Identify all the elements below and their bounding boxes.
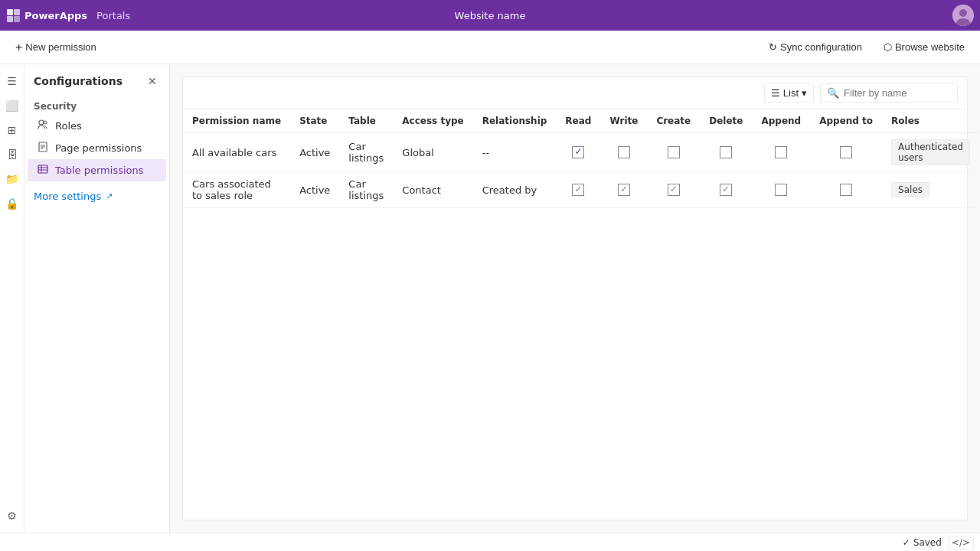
media-icon[interactable]: 📁 xyxy=(2,168,23,190)
list-view-button[interactable]: ☰ List ▾ xyxy=(764,83,814,103)
code-editor-label[interactable]: </> xyxy=(948,536,974,549)
checkbox[interactable] xyxy=(840,146,852,158)
settings-icon[interactable]: ⚙ xyxy=(2,505,23,527)
components-icon[interactable]: ⊞ xyxy=(2,119,23,141)
checkbox[interactable] xyxy=(668,146,680,158)
table-cell: Car listings xyxy=(339,133,393,172)
filter-by-name-input[interactable] xyxy=(844,87,951,99)
saved-indicator: ✓ Saved xyxy=(903,537,942,548)
table-row: All available carsActiveCar listingsGlob… xyxy=(183,133,979,172)
filter-by-name-input-container[interactable]: 🔍 xyxy=(820,83,958,103)
table-header-row: Permission name State Table Access type … xyxy=(183,109,979,133)
checkbox-cell[interactable] xyxy=(752,133,810,172)
svg-rect-2 xyxy=(7,16,13,22)
topbar-right xyxy=(952,5,974,26)
svg-point-5 xyxy=(959,9,967,17)
data-icon[interactable]: 🗄 xyxy=(2,144,23,165)
sync-configuration-button[interactable]: ↻ Sync configuration xyxy=(763,38,868,56)
sidebar-item-page-permissions[interactable]: Page permissions xyxy=(28,137,166,159)
browse-icon: ⬡ xyxy=(884,41,892,53)
role-badge[interactable]: Authenticated users xyxy=(891,139,970,165)
checkbox-cell[interactable] xyxy=(600,133,647,172)
checkbox-cell[interactable] xyxy=(647,172,700,208)
main-content: ☰ List ▾ 🔍 Permission name State Table A… xyxy=(170,64,980,533)
checkbox-cell[interactable] xyxy=(810,172,882,208)
table-cell: Global xyxy=(393,133,472,172)
portals-label: Portals xyxy=(96,10,130,21)
sidebar-close-button[interactable]: ✕ xyxy=(145,73,160,89)
roles-icon xyxy=(37,119,49,132)
checkbox-cell[interactable] xyxy=(700,133,752,172)
table-container: ☰ List ▾ 🔍 Permission name State Table A… xyxy=(182,77,968,520)
avatar-icon xyxy=(952,5,974,26)
statusbar: ✓ Saved </> xyxy=(0,533,980,551)
browse-website-button[interactable]: ⬡ Browse website xyxy=(877,38,971,56)
app-name: PowerApps xyxy=(24,10,87,21)
col-create: Create xyxy=(647,109,700,133)
main-layout: ☰ ⬜ ⊞ 🗄 📁 🔒 ⚙ Configurations ✕ Security … xyxy=(0,64,980,533)
list-label: List xyxy=(783,87,799,99)
checkbox[interactable] xyxy=(775,146,787,158)
checkbox-cell[interactable] xyxy=(556,133,600,172)
table-cell: All available cars xyxy=(183,133,290,172)
roles-cell: Sales xyxy=(882,172,979,208)
checkbox-cell[interactable] xyxy=(810,133,882,172)
sidebar-item-roles[interactable]: Roles xyxy=(28,115,166,137)
checkbox-cell[interactable] xyxy=(700,172,752,208)
app-logo[interactable]: PowerApps xyxy=(6,8,87,22)
col-access-type: Access type xyxy=(393,109,472,133)
checkbox[interactable] xyxy=(572,184,584,196)
role-badge[interactable]: Sales xyxy=(891,182,929,197)
external-link-icon: ↗ xyxy=(106,191,113,201)
sidebar-more-settings[interactable]: More settings ↗ xyxy=(24,184,169,208)
saved-label: Saved xyxy=(913,537,942,548)
checkbox[interactable] xyxy=(618,184,630,196)
checkbox[interactable] xyxy=(775,184,787,196)
svg-rect-3 xyxy=(14,16,20,22)
list-icon: ☰ xyxy=(771,87,780,99)
col-table: Table xyxy=(339,109,393,133)
table-cell: Cars associated to sales role xyxy=(183,172,290,208)
checkbox-cell[interactable] xyxy=(556,172,600,208)
checkbox[interactable] xyxy=(720,146,732,158)
more-settings-label: More settings xyxy=(34,191,101,202)
col-roles: Roles xyxy=(882,109,979,133)
website-title: Website name xyxy=(455,10,526,21)
hamburger-icon[interactable]: ☰ xyxy=(2,70,23,92)
sidebar-item-roles-label: Roles xyxy=(55,120,82,132)
col-write: Write xyxy=(600,109,647,133)
sync-icon: ↻ xyxy=(769,41,777,53)
actionbar-right: ↻ Sync configuration ⬡ Browse website xyxy=(763,38,971,56)
filter-search-icon: 🔍 xyxy=(827,87,839,99)
col-permission-name: Permission name xyxy=(183,109,290,133)
checkbox[interactable] xyxy=(668,184,680,196)
checkbox[interactable] xyxy=(618,146,630,158)
sidebar-item-table-permissions[interactable]: Table permissions xyxy=(28,159,166,181)
svg-point-7 xyxy=(39,120,44,125)
permissions-table: Permission name State Table Access type … xyxy=(183,109,979,208)
svg-rect-1 xyxy=(14,9,20,15)
powerapps-icon xyxy=(6,8,20,22)
checkbox[interactable] xyxy=(840,184,852,196)
table-toolbar: ☰ List ▾ 🔍 xyxy=(183,77,967,109)
checkbox[interactable] xyxy=(720,184,732,196)
table-row: Cars associated to sales roleActiveCar l… xyxy=(183,172,979,208)
table-cell: Active xyxy=(290,172,339,208)
col-append-to: Append to xyxy=(810,109,882,133)
col-relationship: Relationship xyxy=(473,109,557,133)
user-avatar[interactable] xyxy=(952,5,974,26)
new-permission-button[interactable]: + New permission xyxy=(9,38,103,57)
sidebar-item-table-permissions-label: Table permissions xyxy=(55,165,144,176)
page-permissions-icon xyxy=(37,142,49,155)
checkbox[interactable] xyxy=(572,146,584,158)
table-cell: Created by xyxy=(473,172,557,208)
security-icon[interactable]: 🔒 xyxy=(2,193,23,214)
pages-icon[interactable]: ⬜ xyxy=(2,95,23,116)
checkbox-cell[interactable] xyxy=(752,172,810,208)
checkbox-cell[interactable] xyxy=(600,172,647,208)
checkbox-cell[interactable] xyxy=(647,133,700,172)
col-state: State xyxy=(290,109,339,133)
checkmark-icon: ✓ xyxy=(903,537,910,548)
sidebar-title: Configurations xyxy=(34,75,122,87)
new-permission-label: New permission xyxy=(25,41,96,53)
